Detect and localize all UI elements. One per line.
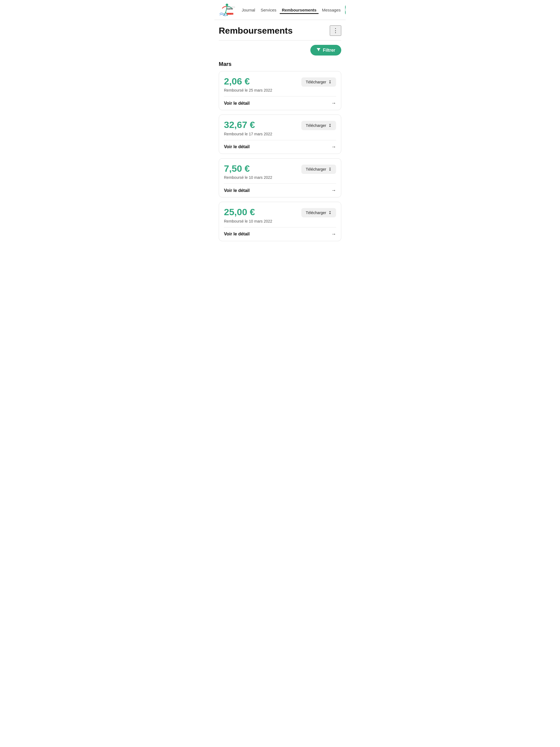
filter-row: Filtrer xyxy=(219,45,341,55)
reimbursement-card: 2,06 € Remboursé le 25 mars 2022 Télécha… xyxy=(219,71,341,110)
card-info: 7,50 € Remboursé le 10 mars 2022 xyxy=(224,163,272,180)
svg-text:Avant tout, solidaire !: Avant tout, solidaire ! xyxy=(225,14,235,15)
filter-button[interactable]: Filtrer xyxy=(310,45,341,55)
page-title-row: Remboursements ⋮ xyxy=(219,25,341,36)
title-divider xyxy=(219,40,341,41)
logo-svg: samir Avant tout, solidaire ! mutuelle d… xyxy=(219,3,235,17)
download-icon: ↧ xyxy=(328,80,332,84)
card-info: 25,00 € Remboursé le 10 mars 2022 xyxy=(224,207,272,223)
reimbursement-card: 32,67 € Remboursé le 17 mars 2022 Téléch… xyxy=(219,114,341,154)
card-top: 32,67 € Remboursé le 17 mars 2022 Téléch… xyxy=(219,115,341,140)
filter-label: Filtrer xyxy=(323,48,335,53)
card-top: 2,06 € Remboursé le 25 mars 2022 Télécha… xyxy=(219,71,341,96)
download-icon: ↧ xyxy=(328,210,332,215)
arrow-right-icon: → xyxy=(331,187,336,193)
arrow-right-icon: → xyxy=(331,100,336,106)
logo: samir Avant tout, solidaire ! mutuelle d… xyxy=(219,3,235,17)
main-nav: Journal Services Remboursements Messages xyxy=(239,6,343,14)
nav-remboursements[interactable]: Remboursements xyxy=(280,6,319,14)
detail-label: Voir le détail xyxy=(224,232,250,236)
arrow-right-icon: → xyxy=(331,144,336,150)
page-title: Remboursements xyxy=(219,26,292,36)
card-detail-row[interactable]: Voir le détail → xyxy=(219,228,341,241)
download-button[interactable]: Télécharger ↧ xyxy=(301,208,336,217)
download-label: Télécharger xyxy=(306,123,326,128)
main-content: Remboursements ⋮ Filtrer Mars 2,06 € Rem… xyxy=(214,20,346,251)
detail-label: Voir le détail xyxy=(224,188,250,193)
card-amount: 32,67 € xyxy=(224,120,272,130)
card-top: 7,50 € Remboursé le 10 mars 2022 Télécha… xyxy=(219,159,341,183)
card-top: 25,00 € Remboursé le 10 mars 2022 Téléch… xyxy=(219,202,341,227)
detail-label: Voir le détail xyxy=(224,101,250,106)
card-detail-row[interactable]: Voir le détail → xyxy=(219,140,341,154)
download-button[interactable]: Télécharger ↧ xyxy=(301,77,336,87)
svg-text:mutuelle de France: mutuelle de France xyxy=(227,6,235,8)
reimbursements-list: 2,06 € Remboursé le 25 mars 2022 Télécha… xyxy=(219,71,341,241)
card-info: 32,67 € Remboursé le 17 mars 2022 xyxy=(224,120,272,136)
card-detail-row[interactable]: Voir le détail → xyxy=(219,97,341,110)
nav-journal[interactable]: Journal xyxy=(239,6,257,14)
card-detail-row[interactable]: Voir le détail → xyxy=(219,184,341,197)
card-date: Remboursé le 17 mars 2022 xyxy=(224,132,272,136)
card-amount: 2,06 € xyxy=(224,76,272,86)
header: samir Avant tout, solidaire ! mutuelle d… xyxy=(214,0,346,20)
download-button[interactable]: Télécharger ↧ xyxy=(301,164,336,174)
filter-icon xyxy=(316,48,321,53)
more-menu-button[interactable]: ⋮ xyxy=(330,25,341,36)
nav-messages[interactable]: Messages xyxy=(320,6,342,14)
svg-text:samir: samir xyxy=(227,7,233,10)
reimbursement-card: 7,50 € Remboursé le 10 mars 2022 Télécha… xyxy=(219,158,341,198)
svg-point-0 xyxy=(226,4,228,6)
download-button[interactable]: Télécharger ↧ xyxy=(301,121,336,130)
download-icon: ↧ xyxy=(328,167,332,172)
nav-services[interactable]: Services xyxy=(258,6,279,14)
reimbursement-card: 25,00 € Remboursé le 10 mars 2022 Téléch… xyxy=(219,202,341,241)
arrow-right-icon: → xyxy=(331,231,336,237)
card-amount: 25,00 € xyxy=(224,207,272,217)
download-label: Télécharger xyxy=(306,167,326,172)
download-icon: ↧ xyxy=(328,123,332,128)
user-avatar[interactable]: EB xyxy=(345,5,346,15)
card-amount: 7,50 € xyxy=(224,163,272,174)
card-date: Remboursé le 10 mars 2022 xyxy=(224,175,272,180)
section-mars: Mars xyxy=(219,61,341,67)
card-date: Remboursé le 25 mars 2022 xyxy=(224,88,272,93)
detail-label: Voir le détail xyxy=(224,145,250,149)
card-info: 2,06 € Remboursé le 25 mars 2022 xyxy=(224,76,272,93)
card-date: Remboursé le 10 mars 2022 xyxy=(224,219,272,223)
download-label: Télécharger xyxy=(306,80,326,84)
download-label: Télécharger xyxy=(306,210,326,215)
